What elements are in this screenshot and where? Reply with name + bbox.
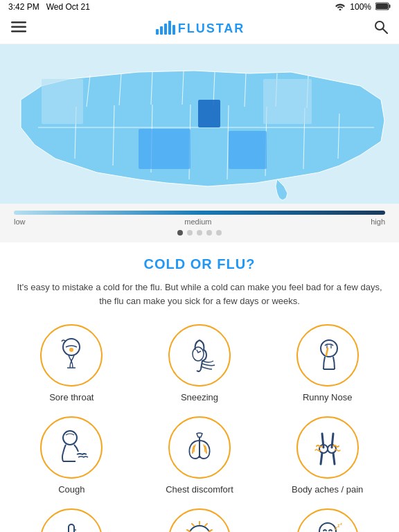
headache-icon <box>168 508 231 532</box>
svg-rect-34 <box>42 79 83 124</box>
svg-rect-10 <box>172 25 175 35</box>
legend-medium: medium <box>184 218 211 226</box>
svg-rect-33 <box>229 131 267 169</box>
app-header: FLUSTAR <box>0 14 399 44</box>
legend-dot-2[interactable] <box>187 230 193 236</box>
legend-high: high <box>371 218 385 226</box>
sore-throat-icon <box>40 324 103 387</box>
symptom-chest-discomfort: Chest discomfort <box>139 416 260 495</box>
symptoms-grid: Sore throat Sneezing <box>11 324 388 532</box>
svg-rect-6 <box>156 29 159 35</box>
chest-discomfort-label: Chest discomfort <box>166 484 233 495</box>
status-date: Wed Oct 21 <box>46 2 90 12</box>
legend-dot-5[interactable] <box>216 230 222 236</box>
svg-line-57 <box>205 524 207 526</box>
symptom-fever: Fever <box>11 508 132 532</box>
bars-icon <box>156 19 175 38</box>
menu-icon[interactable] <box>11 21 26 36</box>
svg-point-39 <box>321 340 337 357</box>
svg-point-61 <box>319 523 336 532</box>
status-time: 3:42 PM <box>8 2 39 12</box>
svg-rect-4 <box>11 26 26 28</box>
map-legend: low medium high <box>0 204 399 242</box>
svg-point-37 <box>69 348 73 352</box>
legend-pagination <box>14 230 385 236</box>
content-section: COLD OR FLU? It's easy to mistake a cold… <box>0 242 399 532</box>
wifi-icon <box>335 2 346 12</box>
legend-gradient-bar <box>14 211 385 215</box>
symptom-runny-nose: Runny Nose <box>267 324 388 402</box>
legend-labels: low medium high <box>14 218 385 226</box>
legend-dot-4[interactable] <box>206 230 212 236</box>
section-title: COLD OR FLU? <box>11 256 388 272</box>
symptom-cough: Cough <box>11 416 132 495</box>
runny-nose-label: Runny Nose <box>303 392 353 402</box>
svg-point-53 <box>188 526 211 532</box>
status-bar: 3:42 PM Wed Oct 21 100% <box>0 0 399 14</box>
symptom-body-aches: Body aches / pain <box>267 416 388 495</box>
runny-nose-icon <box>296 324 359 387</box>
svg-rect-35 <box>263 79 312 124</box>
svg-text:z: z <box>340 522 342 526</box>
sneezing-label: Sneezing <box>181 392 218 402</box>
fever-icon <box>40 508 103 532</box>
svg-line-12 <box>383 29 387 33</box>
svg-rect-8 <box>164 24 167 35</box>
flu-map <box>0 44 399 204</box>
symptom-fatigue: z z z Fatigue / weakness <box>267 508 388 532</box>
svg-point-11 <box>375 21 384 30</box>
legend-dot-1[interactable] <box>177 230 183 236</box>
svg-rect-9 <box>168 21 171 35</box>
section-description: It's easy to mistake a cold for the flu.… <box>11 281 388 308</box>
svg-rect-7 <box>160 26 163 35</box>
svg-line-58 <box>209 530 212 531</box>
svg-rect-3 <box>11 21 26 24</box>
symptom-sneezing: Sneezing <box>139 324 260 402</box>
svg-rect-2 <box>376 3 388 9</box>
battery-text: 100% <box>350 2 371 12</box>
svg-rect-1 <box>389 4 391 8</box>
svg-rect-45 <box>69 524 74 532</box>
svg-point-42 <box>63 431 77 445</box>
app-title: FLUSTAR <box>156 19 245 38</box>
chest-discomfort-icon <box>168 416 231 479</box>
symptom-headache: Headache <box>139 508 260 532</box>
body-aches-label: Body aches / pain <box>292 484 363 495</box>
search-icon[interactable] <box>374 20 388 37</box>
svg-rect-5 <box>11 30 26 33</box>
svg-rect-31 <box>198 100 220 127</box>
cough-icon <box>40 416 103 479</box>
battery-icon <box>375 2 391 12</box>
svg-line-60 <box>187 530 190 531</box>
body-aches-icon <box>296 416 359 479</box>
fatigue-icon: z z z <box>296 508 359 532</box>
app-name: FLUSTAR <box>178 21 245 36</box>
svg-point-38 <box>193 347 204 361</box>
svg-line-59 <box>192 524 194 526</box>
legend-dot-3[interactable] <box>197 230 202 236</box>
cough-label: Cough <box>58 484 85 495</box>
svg-rect-32 <box>139 129 190 169</box>
sore-throat-label: Sore throat <box>49 392 94 402</box>
legend-low: low <box>14 218 26 226</box>
symptom-sore-throat: Sore throat <box>11 324 132 402</box>
sneezing-icon <box>168 324 231 387</box>
